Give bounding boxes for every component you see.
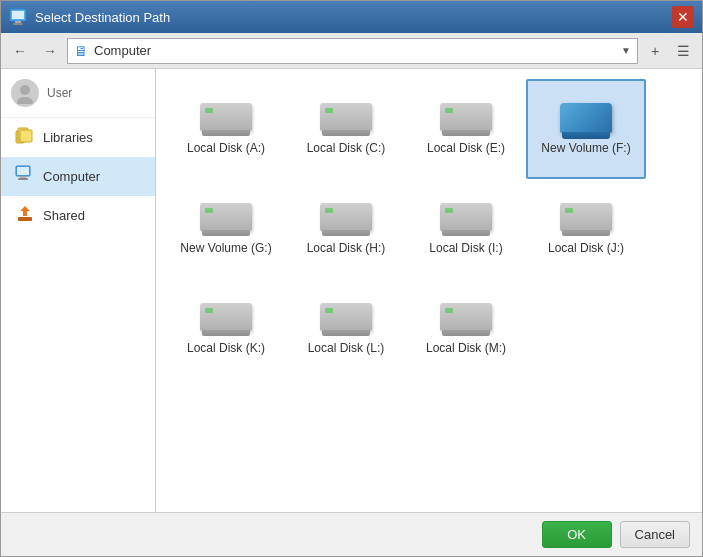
bottom-bar: OK Cancel: [1, 512, 702, 556]
toolbar-right-buttons: + ☰: [642, 38, 696, 64]
drive-a-label: Local Disk (A:): [187, 141, 265, 155]
drive-i-label: Local Disk (I:): [429, 241, 502, 255]
content-area: User Libraries: [1, 69, 702, 512]
drive-h[interactable]: Local Disk (H:): [286, 179, 406, 279]
drive-f-label: New Volume (F:): [541, 141, 630, 155]
drive-a-icon: [198, 103, 254, 135]
drive-e-label: Local Disk (E:): [427, 141, 505, 155]
svg-rect-8: [20, 130, 32, 142]
title-bar-app-icon: [9, 8, 27, 26]
user-name: User: [47, 86, 72, 100]
sidebar-user: User: [1, 69, 155, 118]
drive-l[interactable]: Local Disk (L:): [286, 279, 406, 379]
drive-k-label: Local Disk (K:): [187, 341, 265, 355]
back-button[interactable]: ←: [7, 38, 33, 64]
sidebar-label-computer: Computer: [43, 169, 100, 184]
drive-i[interactable]: Local Disk (I:): [406, 179, 526, 279]
main-content: Local Disk (A:) Local Disk (C:) Local Di…: [156, 69, 702, 512]
title-bar: Select Destination Path ✕: [1, 1, 702, 33]
drive-k[interactable]: Local Disk (K:): [166, 279, 286, 379]
svg-rect-13: [18, 217, 32, 221]
sidebar-item-computer[interactable]: Computer: [1, 157, 155, 196]
drive-j-icon: [558, 203, 614, 235]
address-bar[interactable]: 🖥 Computer ▼: [67, 38, 638, 64]
drives-grid: Local Disk (A:) Local Disk (C:) Local Di…: [166, 79, 692, 379]
view-button[interactable]: ☰: [670, 38, 696, 64]
drive-c-icon: [318, 103, 374, 135]
address-text: Computer: [94, 43, 615, 58]
svg-rect-2: [15, 21, 21, 23]
svg-point-4: [20, 85, 30, 95]
svg-rect-11: [20, 176, 26, 178]
new-folder-button[interactable]: +: [642, 38, 668, 64]
drive-g[interactable]: New Volume (G:): [166, 179, 286, 279]
libraries-icon: [15, 126, 35, 149]
drive-f-icon: [558, 103, 614, 135]
drive-i-icon: [438, 203, 494, 235]
sidebar-label-libraries: Libraries: [43, 130, 93, 145]
svg-rect-10: [17, 167, 29, 175]
address-dropdown-icon[interactable]: ▼: [621, 45, 631, 56]
svg-point-5: [17, 97, 33, 104]
drive-e-icon: [438, 103, 494, 135]
svg-rect-1: [12, 11, 24, 19]
close-button[interactable]: ✕: [672, 6, 694, 28]
drive-k-icon: [198, 303, 254, 335]
drive-l-label: Local Disk (L:): [308, 341, 385, 355]
drive-f[interactable]: New Volume (F:): [526, 79, 646, 179]
shared-icon: [15, 204, 35, 227]
user-avatar: [11, 79, 39, 107]
drive-j[interactable]: Local Disk (J:): [526, 179, 646, 279]
address-computer-icon: 🖥: [74, 43, 88, 59]
sidebar-item-shared[interactable]: Shared: [1, 196, 155, 235]
drive-e[interactable]: Local Disk (E:): [406, 79, 526, 179]
drive-h-icon: [318, 203, 374, 235]
drive-c[interactable]: Local Disk (C:): [286, 79, 406, 179]
sidebar-label-shared: Shared: [43, 208, 85, 223]
drive-m[interactable]: Local Disk (M:): [406, 279, 526, 379]
drive-g-icon: [198, 203, 254, 235]
drive-g-label: New Volume (G:): [180, 241, 271, 255]
dialog: Select Destination Path ✕ ← → 🖥 Computer…: [0, 0, 703, 557]
drive-m-label: Local Disk (M:): [426, 341, 506, 355]
cancel-button[interactable]: Cancel: [620, 521, 690, 548]
ok-button[interactable]: OK: [542, 521, 612, 548]
sidebar: User Libraries: [1, 69, 156, 512]
toolbar: ← → 🖥 Computer ▼ + ☰: [1, 33, 702, 69]
drive-a[interactable]: Local Disk (A:): [166, 79, 286, 179]
sidebar-item-libraries[interactable]: Libraries: [1, 118, 155, 157]
drive-m-icon: [438, 303, 494, 335]
drive-h-label: Local Disk (H:): [307, 241, 386, 255]
computer-icon: [15, 165, 35, 188]
drive-c-label: Local Disk (C:): [307, 141, 386, 155]
svg-rect-12: [18, 178, 28, 180]
drive-j-label: Local Disk (J:): [548, 241, 624, 255]
drive-l-icon: [318, 303, 374, 335]
forward-button[interactable]: →: [37, 38, 63, 64]
svg-rect-3: [13, 23, 23, 25]
dialog-title: Select Destination Path: [35, 10, 664, 25]
